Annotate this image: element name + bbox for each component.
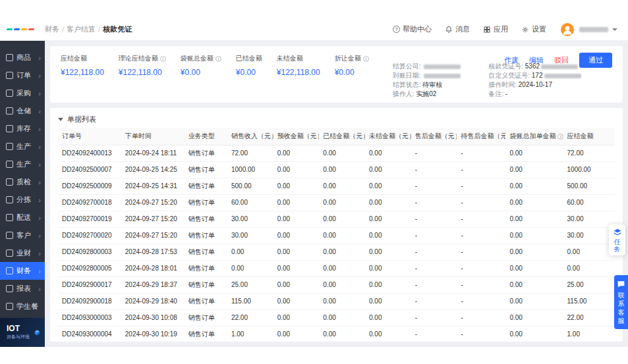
cell-unsettled-amount: 0.00 xyxy=(365,195,411,211)
menu-icon xyxy=(6,249,13,257)
apps-button[interactable]: 应用 xyxy=(483,24,508,34)
avatar xyxy=(561,23,574,36)
sidebar-item-label: 商品 xyxy=(16,53,38,63)
breadcrumb-item-customer-settlement[interactable]: 客户结算 xyxy=(67,24,96,34)
cell-sales-income: 500.00 xyxy=(227,178,273,195)
documents-section-header[interactable]: 单据列表 xyxy=(58,112,615,126)
settings-button[interactable]: 设置 xyxy=(521,24,546,34)
cell-settled-amount: 0.00 xyxy=(319,277,365,294)
summary-stat: 理论应结金额 ¥122,118.00 xyxy=(119,54,166,77)
stat-value: ¥122,118.00 xyxy=(61,68,104,77)
breadcrumb-item-finance[interactable]: 财务 xyxy=(45,24,59,34)
sidebar-item[interactable]: 分拣 xyxy=(0,191,45,209)
cell-unsettled-amount: 0.00 xyxy=(365,261,411,277)
info-icon[interactable] xyxy=(215,56,221,62)
cell-settled-amount: 0.00 xyxy=(319,178,365,195)
cell-settled-amount: 0.00 xyxy=(319,244,365,261)
main-content: 作废 编辑 驳回 通过 应结金额 ¥122,118.00 xyxy=(45,41,628,347)
chevron-right-icon xyxy=(38,196,41,204)
collapse-caret-icon xyxy=(58,118,63,121)
stat-value: ¥122,118.00 xyxy=(277,68,320,77)
logo-bar xyxy=(13,28,20,30)
cube-icon xyxy=(34,326,41,339)
cell-prepaid-amount: 0.00 xyxy=(273,145,320,162)
detail-label: 操作人 xyxy=(393,90,416,97)
edit-button[interactable]: 编辑 xyxy=(529,55,544,65)
table-row: DD24093000004 2024-09-30 10:19 销售订单 1.00… xyxy=(58,326,615,342)
sidebar-item[interactable]: 学生餐 xyxy=(0,298,45,315)
cell-pending-aftersale-amount: - xyxy=(457,228,505,244)
cell-pending-aftersale-amount: - xyxy=(457,261,505,277)
approve-button[interactable]: 通过 xyxy=(579,53,612,68)
cell-business-type: 销售订单 xyxy=(185,261,227,277)
topbar: 财务 / 客户结算 / 核款凭证 帮助中心 消息 应用 设置 xyxy=(0,18,628,41)
breadcrumb-current: 核款凭证 xyxy=(103,24,132,34)
sidebar-item[interactable]: 报表 xyxy=(0,280,45,298)
sidebar-item-label: 质检 xyxy=(16,177,38,187)
cell-pending-aftersale-amount: - xyxy=(457,294,505,310)
sidebar-item[interactable]: 生产 xyxy=(0,138,45,155)
info-icon[interactable] xyxy=(363,56,369,62)
cell-order-no: DD24092500009 xyxy=(58,178,121,195)
user-menu[interactable] xyxy=(561,23,617,36)
cell-settled-amount: 0.00 xyxy=(319,162,365,178)
cell-order-no: DD24093000004 xyxy=(58,326,121,342)
sidebar-item[interactable]: 仓储 xyxy=(0,102,45,120)
messages-button[interactable]: 消息 xyxy=(445,24,470,34)
sidebar-item-label: 分拣 xyxy=(16,195,38,205)
breadcrumb-separator: / xyxy=(98,26,100,34)
sidebar-item-label: 报表 xyxy=(16,284,38,294)
gear-icon xyxy=(521,26,529,34)
sidebar-item[interactable]: 生产 xyxy=(0,155,45,173)
contact-support-tab[interactable]: 联系客服 xyxy=(614,275,628,329)
cell-settled-amount: 0.00 xyxy=(319,211,365,228)
chevron-right-icon xyxy=(38,54,41,62)
sidebar-item[interactable]: 客户 xyxy=(0,226,45,244)
sidebar-item[interactable]: 采购 xyxy=(0,84,45,102)
sidebar-item[interactable]: 业财 xyxy=(0,244,45,262)
chevron-right-icon xyxy=(38,107,41,115)
sidebar-item[interactable]: 配送 xyxy=(0,209,45,226)
tasks-floating-button[interactable]: 任务 xyxy=(609,224,625,255)
help-center-label: 帮助中心 xyxy=(403,24,432,34)
sidebar-item[interactable]: 财务 xyxy=(0,262,45,280)
void-button[interactable]: 作废 xyxy=(504,55,519,65)
app-shell: 商品 订单 采购 仓储 xyxy=(0,41,628,347)
sidebar-item-label: 财务 xyxy=(16,266,38,276)
detail-label: 自定义凭证号 xyxy=(488,72,532,79)
sidebar-item[interactable]: 商品 xyxy=(0,49,45,66)
column-label: 已结金额（元） xyxy=(323,132,365,141)
summary-stat: 折让金额 ¥0.00 xyxy=(335,54,369,77)
info-icon[interactable] xyxy=(557,134,563,140)
menu-icon xyxy=(6,125,13,132)
info-icon[interactable] xyxy=(160,56,166,62)
cell-unsettled-amount: 0.00 xyxy=(365,228,411,244)
table-column-header: 待售后金额（元） xyxy=(457,128,505,145)
table-row: DD24092700019 2024-09-27 15:20 销售订单 30.0… xyxy=(58,211,615,228)
iot-panel[interactable]: IOT 设备与环境 xyxy=(0,318,45,347)
cell-order-time: 2024-09-30 10:08 xyxy=(121,310,185,326)
cell-pending-aftersale-amount: - xyxy=(457,310,505,326)
sidebar-item[interactable]: 库存 xyxy=(0,120,45,138)
help-center-button[interactable]: 帮助中心 xyxy=(393,24,432,34)
app-logo[interactable] xyxy=(7,28,45,30)
cell-due-amount: 72.00 xyxy=(563,145,615,162)
breadcrumb: 财务 / 客户结算 / 核款凭证 xyxy=(45,24,132,34)
table-column-header: 未结金额（元） xyxy=(365,128,411,145)
cell-sales-income: 1000.00 xyxy=(227,162,273,178)
cell-due-amount: 1.00 xyxy=(563,326,615,342)
cell-aftersale-amount: - xyxy=(411,244,457,261)
cell-prepaid-amount: 0.00 xyxy=(273,211,320,228)
table-column-header: 应结金额 xyxy=(563,128,615,145)
cell-business-type: 销售订单 xyxy=(185,178,227,195)
cell-bag-total-amount: 0.00 xyxy=(505,195,563,211)
sidebar-item[interactable]: 质检 xyxy=(0,173,45,191)
reject-button[interactable]: 驳回 xyxy=(554,55,569,65)
sidebar-item[interactable]: 订单 xyxy=(0,66,45,84)
table-row: DD24092700020 2024-09-27 15:20 销售订单 30.0… xyxy=(58,228,615,244)
masked-value xyxy=(424,65,461,69)
masked-value xyxy=(541,65,578,69)
cell-prepaid-amount: 0.00 xyxy=(273,277,320,294)
chevron-right-icon xyxy=(38,90,41,97)
messages-label: 消息 xyxy=(455,24,470,34)
